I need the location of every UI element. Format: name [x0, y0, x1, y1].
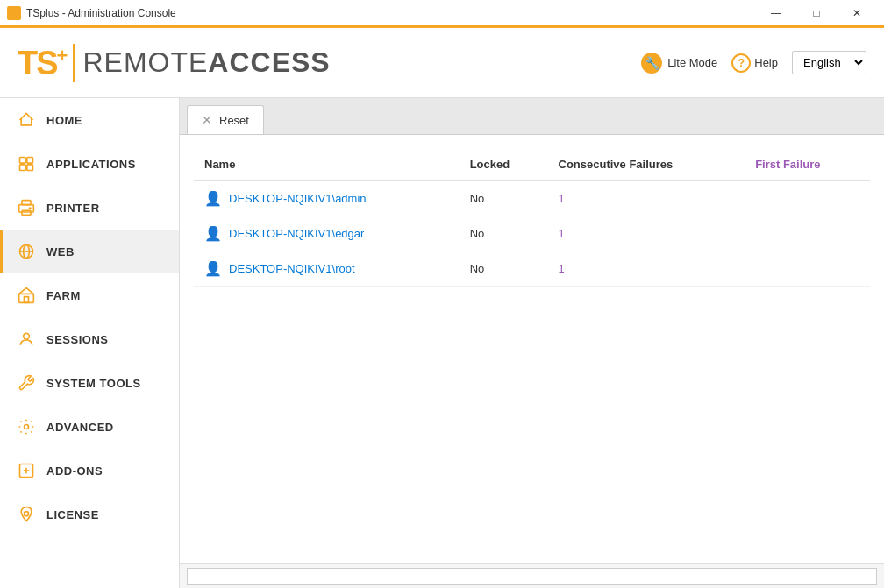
lite-mode-label: Lite Mode [667, 56, 717, 69]
user-icon: 👤 [204, 225, 222, 242]
status-input[interactable] [187, 568, 877, 585]
sidebar-label-farm: FARM [46, 289, 81, 302]
svg-point-7 [29, 208, 31, 209]
printer-icon [17, 198, 36, 217]
table-row: 👤 DESKTOP-NQIKIV1\admin No 1 [194, 181, 870, 216]
cell-name: 👤 DESKTOP-NQIKIV1\admin [194, 181, 460, 216]
main-layout: HOME APPLICATIONS PRINTER WEB FARM [0, 98, 884, 588]
svg-rect-12 [25, 297, 29, 303]
svg-rect-3 [27, 165, 33, 171]
sidebar-label-advanced: ADVANCED [46, 421, 114, 434]
sidebar-item-home[interactable]: HOME [0, 98, 179, 142]
header-right: 🔧 Lite Mode ? Help English French German… [641, 51, 866, 74]
sidebar-label-system-tools: SYSTEM TOOLS [46, 377, 141, 390]
svg-point-14 [25, 425, 29, 429]
col-first-failure[interactable]: First Failure [745, 149, 870, 181]
sidebar-label-home: HOME [46, 114, 82, 127]
license-icon [17, 505, 36, 524]
system-tools-icon [17, 373, 36, 393]
reset-tab[interactable]: ✕ Reset [187, 105, 264, 134]
web-icon [17, 242, 36, 261]
cell-locked: No [460, 181, 548, 216]
sidebar-item-applications[interactable]: APPLICATIONS [0, 142, 179, 186]
user-icon: 👤 [204, 260, 222, 277]
cell-first-failure [745, 251, 870, 287]
col-consecutive[interactable]: Consecutive Failures [548, 149, 745, 181]
lite-mode-button[interactable]: 🔧 Lite Mode [641, 53, 717, 74]
help-label: Help [754, 56, 778, 69]
sidebar-item-sessions[interactable]: SESSIONS [0, 317, 179, 361]
title-bar: TSplus - Administration Console — □ ✕ [0, 0, 884, 28]
help-icon: ? [731, 53, 751, 73]
user-name-link[interactable]: DESKTOP-NQIKIV1\root [229, 262, 355, 275]
lite-mode-icon: 🔧 [641, 53, 662, 74]
window-controls: — □ ✕ [756, 0, 877, 27]
main-content: ✕ Reset Name Locked Consecutive Failures… [180, 98, 884, 588]
logo-divider [73, 44, 75, 82]
cell-locked: No [460, 251, 548, 287]
farm-icon [17, 286, 36, 305]
sidebar-label-license: LICENSE [46, 508, 99, 521]
tab-bar: ✕ Reset [180, 98, 884, 135]
col-locked[interactable]: Locked [460, 149, 548, 181]
minimize-button[interactable]: — [756, 0, 796, 27]
sidebar-item-add-ons[interactable]: ADD-ONS [0, 449, 179, 492]
cell-locked: No [460, 216, 548, 251]
close-button[interactable]: ✕ [837, 0, 877, 27]
content-area: Name Locked Consecutive Failures First F… [180, 135, 884, 563]
svg-rect-11 [19, 294, 34, 302]
language-selector[interactable]: English French German Spanish [792, 51, 866, 74]
applications-icon [17, 154, 36, 174]
sidebar-item-web[interactable]: WEB [0, 230, 179, 273]
table-row: 👤 DESKTOP-NQIKIV1\edgar No 1 [194, 216, 870, 251]
header: TS+ REMOTEACCESS 🔧 Lite Mode ? Help Engl… [0, 28, 884, 98]
sidebar-label-applications: APPLICATIONS [46, 158, 136, 171]
user-name-link[interactable]: DESKTOP-NQIKIV1\edgar [229, 227, 364, 240]
sidebar-label-add-ons: ADD-ONS [46, 464, 103, 478]
sidebar-label-sessions: SESSIONS [46, 333, 108, 346]
logo-ts: TS+ [18, 46, 66, 80]
sidebar-label-printer: PRINTER [46, 202, 100, 215]
sessions-icon [17, 329, 36, 349]
users-table: Name Locked Consecutive Failures First F… [194, 149, 870, 287]
cell-name: 👤 DESKTOP-NQIKIV1\edgar [194, 216, 460, 251]
cell-consecutive: 1 [548, 181, 745, 216]
sidebar-item-advanced[interactable]: ADVANCED [0, 405, 179, 449]
svg-rect-2 [20, 165, 26, 171]
svg-rect-0 [20, 158, 26, 164]
sidebar: HOME APPLICATIONS PRINTER WEB FARM [0, 98, 180, 588]
logo: TS+ REMOTEACCESS [18, 44, 641, 82]
sidebar-label-web: WEB [46, 245, 75, 259]
home-icon [17, 110, 36, 130]
cell-consecutive: 1 [548, 216, 745, 251]
maximize-button[interactable]: □ [796, 0, 837, 27]
svg-rect-1 [27, 158, 33, 164]
tab-close-icon[interactable]: ✕ [202, 113, 212, 127]
advanced-icon [17, 417, 36, 436]
title-bar-text: TSplus - Administration Console [26, 7, 756, 19]
cell-name: 👤 DESKTOP-NQIKIV1\root [194, 251, 460, 287]
cell-first-failure [745, 181, 870, 216]
user-icon: 👤 [204, 190, 222, 207]
user-name-link[interactable]: DESKTOP-NQIKIV1\admin [229, 192, 367, 205]
col-name[interactable]: Name [194, 149, 460, 181]
sidebar-item-license[interactable]: LICENSE [0, 492, 179, 536]
logo-remote: REMOTEACCESS [82, 46, 330, 79]
tab-label: Reset [219, 114, 249, 127]
sidebar-item-farm[interactable]: FARM [0, 273, 179, 317]
status-bar [180, 563, 884, 588]
help-button[interactable]: ? Help [731, 53, 778, 73]
svg-point-13 [24, 333, 30, 339]
svg-point-18 [25, 512, 29, 516]
sidebar-item-system-tools[interactable]: SYSTEM TOOLS [0, 361, 179, 405]
app-icon [7, 6, 21, 20]
table-row: 👤 DESKTOP-NQIKIV1\root No 1 [194, 251, 870, 287]
cell-first-failure [745, 216, 870, 251]
sidebar-item-printer[interactable]: PRINTER [0, 186, 179, 230]
cell-consecutive: 1 [548, 251, 745, 287]
add-ons-icon [17, 461, 36, 480]
